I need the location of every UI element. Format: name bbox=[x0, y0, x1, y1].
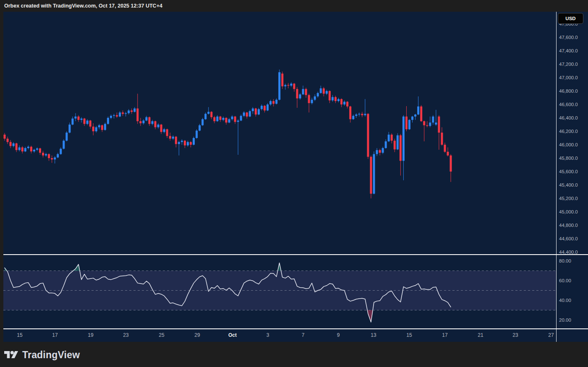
candle[interactable] bbox=[429, 117, 431, 128]
candle[interactable] bbox=[190, 141, 192, 147]
candle[interactable] bbox=[160, 124, 162, 134]
candle[interactable] bbox=[110, 115, 112, 119]
candle[interactable] bbox=[65, 131, 68, 141]
candle[interactable] bbox=[166, 129, 168, 138]
candle[interactable] bbox=[21, 146, 24, 154]
candle[interactable] bbox=[219, 116, 221, 122]
candle[interactable] bbox=[157, 123, 159, 129]
candle[interactable] bbox=[116, 112, 118, 118]
candle[interactable] bbox=[207, 107, 209, 115]
candle[interactable] bbox=[33, 149, 35, 153]
candle[interactable] bbox=[302, 86, 304, 95]
candle[interactable] bbox=[68, 122, 71, 133]
candle[interactable] bbox=[81, 117, 83, 122]
candle[interactable] bbox=[275, 99, 277, 104]
candle[interactable] bbox=[411, 116, 413, 122]
candle[interactable] bbox=[258, 108, 260, 115]
rsi-pane-canvas[interactable] bbox=[3, 255, 556, 328]
candle[interactable] bbox=[269, 100, 272, 106]
candle[interactable] bbox=[426, 121, 428, 127]
candle[interactable] bbox=[133, 107, 136, 112]
candle[interactable] bbox=[317, 92, 319, 98]
candle[interactable] bbox=[246, 112, 248, 119]
candle[interactable] bbox=[154, 120, 157, 129]
candle[interactable] bbox=[385, 139, 387, 148]
pane-splitter[interactable] bbox=[3, 254, 588, 255]
candle[interactable] bbox=[296, 87, 298, 108]
candle[interactable] bbox=[213, 116, 215, 123]
candle[interactable] bbox=[201, 118, 204, 126]
candle[interactable] bbox=[4, 133, 6, 141]
candle[interactable] bbox=[30, 146, 32, 153]
candle[interactable] bbox=[284, 83, 286, 89]
candle[interactable] bbox=[364, 99, 366, 117]
candle[interactable] bbox=[169, 133, 171, 141]
candle[interactable] bbox=[252, 107, 254, 114]
candle[interactable] bbox=[204, 112, 206, 120]
candle[interactable] bbox=[405, 106, 408, 131]
candle[interactable] bbox=[305, 88, 307, 98]
candle[interactable] bbox=[367, 113, 369, 159]
candle[interactable] bbox=[444, 143, 446, 153]
candle[interactable] bbox=[314, 94, 316, 101]
candle[interactable] bbox=[63, 139, 65, 149]
candle[interactable] bbox=[148, 117, 150, 126]
candle[interactable] bbox=[447, 147, 449, 156]
candle[interactable] bbox=[89, 120, 91, 129]
candle[interactable] bbox=[51, 156, 53, 163]
candle[interactable] bbox=[104, 122, 106, 130]
candle[interactable] bbox=[337, 98, 340, 102]
candle[interactable] bbox=[60, 147, 62, 155]
candle[interactable] bbox=[113, 114, 115, 118]
candle[interactable] bbox=[323, 87, 325, 96]
candle[interactable] bbox=[199, 124, 201, 131]
candle[interactable] bbox=[16, 143, 18, 152]
candle[interactable] bbox=[394, 139, 396, 152]
candle[interactable] bbox=[290, 82, 292, 87]
pane-splitter-bottom[interactable] bbox=[3, 328, 588, 329]
candle[interactable] bbox=[74, 113, 76, 121]
candle[interactable] bbox=[71, 117, 73, 125]
candle[interactable] bbox=[84, 118, 86, 126]
candle[interactable] bbox=[86, 119, 89, 125]
candle[interactable] bbox=[432, 115, 434, 125]
candle[interactable] bbox=[261, 104, 263, 110]
candle[interactable] bbox=[293, 83, 295, 92]
candle[interactable] bbox=[423, 120, 425, 141]
candle[interactable] bbox=[352, 115, 354, 120]
candle[interactable] bbox=[142, 119, 144, 125]
candle[interactable] bbox=[264, 105, 266, 113]
candle[interactable] bbox=[216, 115, 218, 122]
candle[interactable] bbox=[193, 137, 195, 146]
candle[interactable] bbox=[184, 140, 186, 148]
candle[interactable] bbox=[400, 134, 402, 175]
candle[interactable] bbox=[417, 96, 419, 115]
candle[interactable] bbox=[299, 93, 301, 100]
candle[interactable] bbox=[54, 156, 56, 164]
candle[interactable] bbox=[122, 110, 124, 116]
candle[interactable] bbox=[287, 83, 289, 88]
candle[interactable] bbox=[92, 123, 94, 135]
candle[interactable] bbox=[355, 113, 357, 118]
candle[interactable] bbox=[420, 105, 422, 122]
candle[interactable] bbox=[98, 124, 100, 129]
candle[interactable] bbox=[10, 140, 12, 148]
candle[interactable] bbox=[379, 149, 381, 156]
candle[interactable] bbox=[308, 94, 310, 112]
candle[interactable] bbox=[13, 142, 15, 148]
candle[interactable] bbox=[435, 110, 437, 126]
candle[interactable] bbox=[225, 117, 227, 125]
candle[interactable] bbox=[240, 115, 242, 121]
candle[interactable] bbox=[441, 127, 443, 146]
candle[interactable] bbox=[181, 139, 183, 145]
candle[interactable] bbox=[272, 99, 274, 107]
candle[interactable] bbox=[152, 120, 154, 125]
candle[interactable] bbox=[163, 128, 165, 133]
candle[interactable] bbox=[438, 115, 440, 150]
candle[interactable] bbox=[95, 126, 97, 133]
candle[interactable] bbox=[187, 141, 189, 146]
candle[interactable] bbox=[39, 148, 41, 155]
candle[interactable] bbox=[335, 96, 337, 103]
candle[interactable] bbox=[343, 100, 345, 106]
candle[interactable] bbox=[255, 108, 257, 117]
